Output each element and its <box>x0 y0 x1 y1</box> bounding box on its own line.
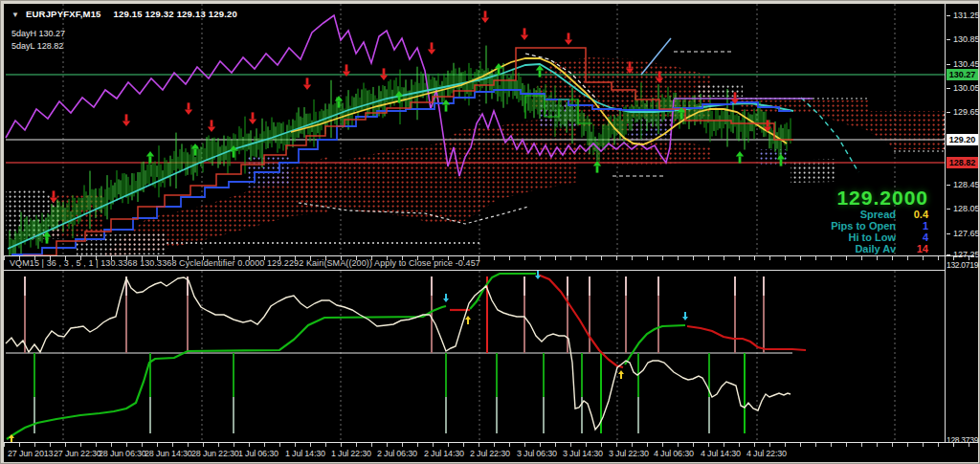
indicator-subchart[interactable] <box>4 270 946 443</box>
time-axis-label: 3 Jul 14:30 <box>563 449 603 458</box>
symbol-title: EURJPYFXF,M15 <box>26 9 101 19</box>
quote-panel: 129.2000 Spread0.4Pips to Open1Hi to Low… <box>831 188 928 254</box>
time-axis-label: 4 Jul 06:30 <box>654 449 694 458</box>
quote-row-label: Spread <box>860 210 896 220</box>
price-tick <box>947 254 950 255</box>
price-tick-label: 127.65 <box>953 230 980 238</box>
terminal-window: ▼ EURJPYFXF,M15 129.15 129.32 129.13 129… <box>0 0 980 464</box>
price-badge: 130.27 <box>947 69 978 80</box>
five-day-high: 5dayH 130.27 <box>11 29 65 38</box>
time-axis-label: 3 Jul 06:30 <box>517 449 557 458</box>
time-axis-label: 3 Jul 22:30 <box>609 449 649 458</box>
price-tick <box>947 112 950 113</box>
time-axis-label: 28 Jun 22:30 <box>191 449 239 458</box>
price-tick <box>947 88 950 89</box>
ohlc-quote: 129.15 129.32 129.13 129.20 <box>113 9 237 19</box>
price-tick-label: 130.45 <box>953 60 980 69</box>
time-axis-label: 1 Jul 22:30 <box>331 449 371 458</box>
quote-row-value: 4 <box>896 232 928 243</box>
subchart-header: VQM15 | 36 , 3 , 5 , 1 | 130.3368 130.33… <box>10 258 480 268</box>
price-tick <box>947 39 950 40</box>
five-day-low: 5dayL 128.82 <box>11 41 63 51</box>
price-tick-label: 127.25 <box>953 251 980 259</box>
time-axis-label: 1 Jul 14:30 <box>285 449 325 458</box>
price-tick <box>947 209 950 210</box>
quote-row-label: Hi to Low <box>849 232 897 243</box>
time-axis-label: 2 Jul 22:30 <box>470 449 510 458</box>
five-day-low-value: 128.82 <box>37 41 64 51</box>
price-tick-label: 128.45 <box>953 181 980 189</box>
quote-row-value: 14 <box>896 244 928 254</box>
chart-header: ▼ EURJPYFXF,M15 129.15 129.32 129.13 129… <box>11 9 237 19</box>
price-tick <box>947 15 950 16</box>
time-axis-label: 2 Jul 14:30 <box>424 449 464 458</box>
quote-row-value: 0.4 <box>896 210 928 220</box>
price-badge: 128.82 <box>947 157 978 168</box>
quote-row-label: Pips to Open <box>831 221 896 232</box>
quote-rows: Spread0.4Pips to Open1Hi to Low4Daily Av… <box>831 210 928 254</box>
subchart-scale-top: 132.0719 <box>947 260 978 270</box>
time-axis[interactable]: 27 Jun 201327 Jun 22:3028 Jun 06:3028 Ju… <box>4 442 978 463</box>
five-day-high-value: 130.27 <box>39 29 66 38</box>
quote-row: Pips to Open1 <box>831 221 928 232</box>
price-tick <box>947 185 950 186</box>
price-tick <box>947 233 950 234</box>
symbol-dropdown-icon[interactable]: ▼ <box>11 11 19 19</box>
price-tick-label: 128.05 <box>953 205 980 213</box>
time-axis-label: 28 Jun 06:30 <box>99 449 146 458</box>
price-badge: 129.20 <box>947 134 978 145</box>
price-scale[interactable]: 131.25130.85130.45130.05129.65128.45128.… <box>945 4 979 442</box>
five-day-high-label: 5dayH <box>11 29 36 38</box>
time-axis-label: 1 Jul 06:30 <box>238 449 278 458</box>
quote-row-label: Daily Av <box>855 244 896 254</box>
five-day-low-label: 5dayL <box>11 41 34 51</box>
main-price-chart[interactable] <box>4 4 946 255</box>
time-axis-label: 4 Jul 22:30 <box>746 449 787 458</box>
time-axis-label: 27 Jun 22:30 <box>54 449 101 458</box>
price-tick <box>947 64 950 65</box>
chart-area[interactable]: ▼ EURJPYFXF,M15 129.15 129.32 129.13 129… <box>4 4 978 462</box>
time-axis-label: 4 Jul 14:30 <box>701 449 741 458</box>
price-tick-label: 130.05 <box>953 84 980 93</box>
quote-row-value: 1 <box>896 221 928 232</box>
price-tick-label: 129.65 <box>953 108 980 117</box>
time-axis-label: 2 Jul 06:30 <box>377 449 417 458</box>
time-axis-label: 27 Jun 2013 <box>8 449 53 458</box>
quote-row: Spread0.4 <box>831 210 928 220</box>
current-price: 129.2000 <box>831 188 928 209</box>
quote-row: Hi to Low4 <box>831 232 928 243</box>
time-axis-label: 28 Jun 14:30 <box>145 449 192 458</box>
price-tick-label: 131.25 <box>953 11 980 20</box>
price-tick-label: 130.85 <box>953 35 980 44</box>
quote-row: Daily Av14 <box>831 244 928 254</box>
